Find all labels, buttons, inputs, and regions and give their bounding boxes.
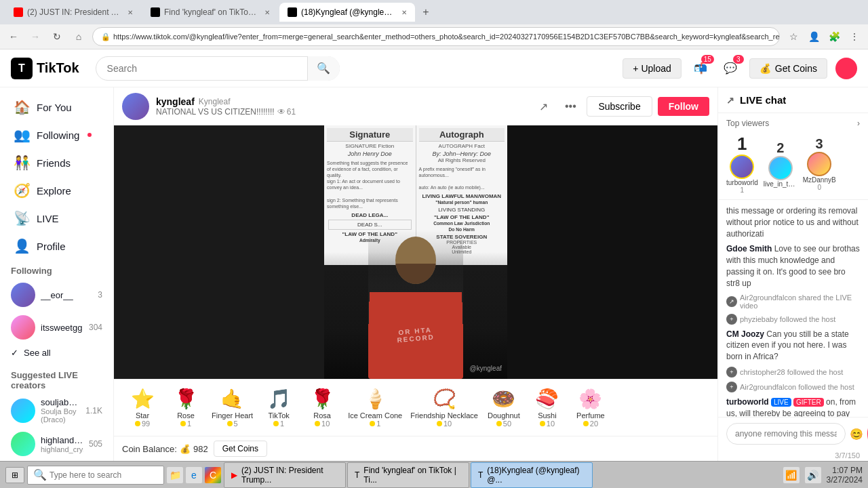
browser-tab-2[interactable]: Find 'kyngleaf' on TikTok | Ti... ✕: [142, 3, 278, 22]
gift-icecream[interactable]: 🍦 Ice Cream Cone 1: [345, 385, 405, 430]
video-center-panel: Signature SIGNATURE Fiction John Henry D…: [324, 125, 507, 379]
top-viewer-score-3: 0: [817, 184, 821, 191]
browser-tab-1[interactable]: (2) JUST IN: President Trump... ✕: [5, 3, 141, 22]
bookmark-icon[interactable]: ☆: [785, 28, 802, 45]
home-button[interactable]: ⌂: [71, 28, 87, 45]
url-bar[interactable]: 🔒 https://www.tiktok.com/@kyngleaf/live?…: [92, 27, 780, 46]
taskbar-app-1[interactable]: ▶ (2) JUST IN: President Trump...: [224, 462, 346, 488]
taskbar-edge-icon[interactable]: e: [186, 467, 202, 483]
search-input[interactable]: [96, 56, 340, 81]
necklace-gift-name: Friendship Necklace: [410, 411, 478, 420]
chat-input-field[interactable]: [726, 423, 846, 445]
rank-2: 2: [776, 140, 784, 156]
sidebar-item-for-you[interactable]: 🏠 For You: [3, 94, 111, 121]
taskbar-search-input[interactable]: [50, 470, 158, 480]
gift-rose[interactable]: 🌹 Rose 1: [165, 385, 206, 430]
top-viewers-chevron[interactable]: ›: [857, 119, 860, 128]
search-button[interactable]: 🔍: [307, 56, 340, 81]
messages-button[interactable]: 💬 3: [719, 58, 741, 79]
tab-close-2[interactable]: ✕: [264, 9, 270, 16]
star-gift-name: Star: [136, 411, 149, 420]
get-coins-button[interactable]: 💰 Get Coins: [749, 58, 827, 79]
doc-col1-title: Signature: [327, 128, 413, 142]
taskbar-quick-icons: 📁 e C: [167, 467, 221, 483]
taskbar-search-box: 🔍: [27, 466, 164, 485]
taskbar-network-icon[interactable]: 📶: [783, 467, 800, 483]
upload-button[interactable]: + Upload: [623, 58, 681, 79]
start-button[interactable]: ⊞: [5, 467, 24, 483]
subscribe-button[interactable]: Subscribe: [587, 96, 652, 117]
settings-icon[interactable]: ⋮: [846, 28, 863, 45]
gift-star[interactable]: ⭐ Star 99: [122, 385, 163, 430]
tiktok-gift-cost: 1: [273, 420, 284, 428]
doc-living-standing: LIVING STANDING: [419, 205, 505, 214]
sidebar-item-profile[interactable]: 👤 Profile: [3, 232, 111, 260]
new-tab-button[interactable]: +: [416, 3, 435, 22]
profile-nav-icon: 👤: [14, 238, 30, 254]
chat-event-2: ↗ Air2groundfalcon shared the LIVE video: [726, 293, 860, 310]
gift-tiktok[interactable]: 🎵 TikTok 1: [258, 385, 299, 430]
tiktok-logo[interactable]: T TikTok: [11, 58, 79, 79]
coin-icon-tt: [273, 421, 279, 426]
inbox-button[interactable]: 📬 15: [690, 58, 711, 79]
gift-doughnut[interactable]: 🍩 Doughnut 50: [484, 385, 524, 430]
see-all-button[interactable]: ✓ See all: [0, 344, 113, 362]
tab-bar: (2) JUST IN: President Trump... ✕ Find '…: [0, 0, 868, 24]
suggested-account-1[interactable]: souljaboytv ✓ Soulja Boy (Draco) 1.1K: [0, 393, 113, 428]
chat-input-area: 😊 →: [718, 417, 868, 450]
sidebar-item-live[interactable]: 📡 LIVE: [3, 205, 111, 232]
more-options-button[interactable]: •••: [559, 96, 581, 117]
reload-button[interactable]: ↻: [49, 28, 65, 45]
taskbar-app-icon-2: T: [355, 470, 359, 480]
live-icon: 📡: [14, 210, 30, 226]
back-button[interactable]: ←: [5, 28, 22, 45]
chat-event-text-2: Air2groundfalcon shared the LIVE video: [740, 293, 860, 310]
user-avatar[interactable]: [835, 58, 857, 79]
share-button[interactable]: ↗: [532, 96, 554, 117]
follow-button[interactable]: Follow: [658, 97, 709, 116]
extensions-icon[interactable]: 🧩: [826, 28, 842, 45]
taskbar-app-title-1: (2) JUST IN: President Trump...: [241, 466, 338, 485]
tab-close-1[interactable]: ✕: [127, 9, 133, 16]
gift-perfume[interactable]: 🌸 Perfume 20: [570, 385, 611, 430]
following-account-2[interactable]: itssweetgg 304: [0, 311, 113, 344]
rosa-gift-name: Rosa: [313, 411, 331, 420]
gift-finger-heart[interactable]: 🤙 Finger Heart 5: [209, 385, 256, 430]
video-left-panel: [114, 125, 324, 379]
taskbar-explorer-icon[interactable]: 📁: [167, 467, 183, 483]
top-viewer-name-3: MzDannyB: [803, 176, 836, 184]
sidebar-item-explore[interactable]: 🧭 Explore: [3, 177, 111, 204]
browser-tab-3[interactable]: (18)Kyngleaf (@kyngleaf) @... ✕: [279, 3, 415, 22]
streamer-figure: OR HTARECORD: [368, 230, 463, 379]
suggested-sub-2: highland_crystal: [41, 445, 83, 453]
taskbar-sound-icon[interactable]: 🔊: [805, 467, 821, 483]
tab-close-3[interactable]: ✕: [401, 9, 407, 16]
chat-username-4: CM Joozy: [726, 329, 764, 339]
emoji-button[interactable]: 😊: [850, 424, 863, 443]
taskbar-chrome-icon[interactable]: C: [205, 467, 221, 483]
rose-gift-cost: 1: [180, 420, 191, 428]
chat-expand-icon[interactable]: ↗: [726, 95, 734, 106]
suggested-account-2[interactable]: highland_cry... highland_crystal 505: [0, 428, 113, 460]
gift-necklace[interactable]: 📿 Friendship Necklace 10: [408, 385, 481, 430]
rosa-gift-icon: 🌹: [311, 388, 334, 410]
see-all-icon: ✓: [11, 348, 18, 358]
taskbar-app-3[interactable]: T (18)Kyngleaf (@kyngleaf) @...: [471, 462, 593, 488]
taskbar-clock[interactable]: 1:07 PM 3/27/2024: [827, 466, 863, 485]
sidebar-item-following[interactable]: 👥 Following: [3, 121, 111, 148]
profile-icon[interactable]: 👤: [806, 28, 822, 45]
url-text: https://www.tiktok.com/@kyngleaf/live?en…: [113, 33, 780, 41]
taskbar-app-2[interactable]: T Find 'kyngleaf' on TikTok | Ti...: [347, 462, 469, 488]
forward-button[interactable]: →: [27, 28, 43, 45]
top-viewer-2: 2 live_in_truth: [764, 140, 797, 188]
top-viewer-avatar-2: [768, 156, 793, 180]
finger-heart-gift-name: Finger Heart: [212, 411, 253, 420]
get-coins-bar-button[interactable]: Get Coins: [214, 441, 267, 457]
gift-rosa[interactable]: 🌹 Rosa 10: [302, 385, 342, 430]
doc-dead-sovereign: DEAD S...: [328, 220, 412, 230]
gift-sushi[interactable]: 🍣 Sushi 10: [527, 385, 568, 430]
tiktok-header: T TikTok 🔍 + Upload 📬 15 💬 3 💰 Get Coins: [0, 49, 868, 87]
following-account-1[interactable]: __eor__ 3: [0, 279, 113, 311]
sidebar-item-friends[interactable]: 👫 Friends: [3, 149, 111, 176]
doc-col1-text: Something that suggests the presence of …: [327, 160, 413, 209]
